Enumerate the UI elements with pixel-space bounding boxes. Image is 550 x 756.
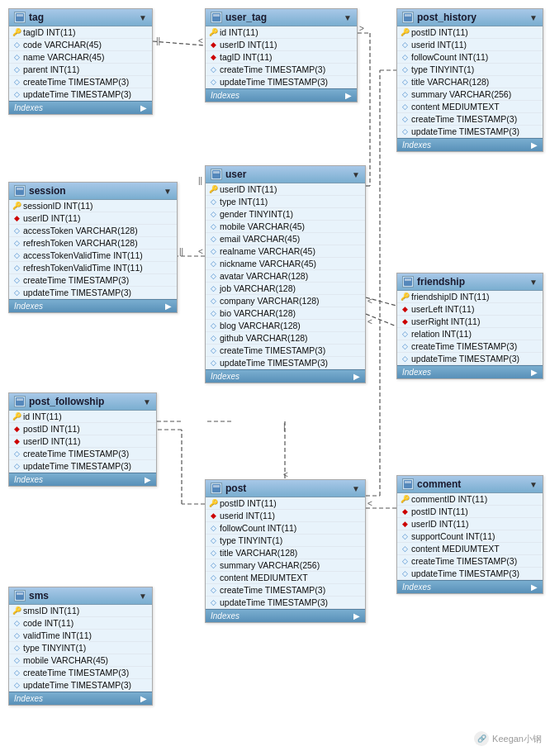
table-row: ◇ updateTime TIMESTAMP(3) xyxy=(9,460,156,473)
table-post_followship-footer: Indexes ▶ xyxy=(9,473,156,486)
table-row: 🔑 smsID INT(11) xyxy=(9,605,152,617)
svg-text:||: || xyxy=(156,36,160,45)
key-icon: 🔑 xyxy=(209,499,217,507)
diamond-blue-icon: ◇ xyxy=(12,239,21,247)
row-text: userID INT(11) xyxy=(23,436,80,446)
row-text: parent INT(11) xyxy=(23,64,79,74)
row-text: createTime TIMESTAMP(3) xyxy=(411,114,517,124)
diamond-blue-icon: ◇ xyxy=(209,197,217,206)
diamond-blue-icon: ◇ xyxy=(12,631,21,640)
table-row: ◇ blog VARCHAR(128) xyxy=(206,320,365,332)
footer-label: Indexes xyxy=(402,582,431,592)
row-text: sessionID INT(11) xyxy=(23,201,93,211)
row-text: userID INT(11) xyxy=(411,519,468,529)
row-text: createTime TIMESTAMP(3) xyxy=(220,64,325,74)
header-arrow-icon: ▼ xyxy=(529,13,538,22)
diamond-blue-icon: ◇ xyxy=(401,115,409,123)
header-arrow-icon: ▼ xyxy=(529,480,538,489)
row-text: smsID INT(11) xyxy=(23,606,79,616)
table-sms-header: sms ▼ xyxy=(9,587,152,605)
table-row: ◇ content MEDIUMTEXT xyxy=(206,572,365,584)
table-row: ◇ validTime INT(11) xyxy=(9,630,152,642)
footer-arrow-icon: ▶ xyxy=(140,694,147,703)
table-session: session ▼ 🔑 sessionID INT(11) ◆ userID I… xyxy=(8,182,178,313)
table-row: ◆ userID INT(11) xyxy=(206,39,357,51)
diamond-red-icon: ◆ xyxy=(401,317,409,326)
table-row: ◇ summary VARCHAR(256) xyxy=(206,559,365,572)
diamond-blue-icon: ◇ xyxy=(401,102,409,111)
row-text: github VARCHAR(128) xyxy=(220,333,308,343)
table-user_tag-footer: Indexes ▶ xyxy=(206,88,357,102)
row-text: updateTime TIMESTAMP(3) xyxy=(23,680,131,690)
table-row: 🔑 tagID INT(11) xyxy=(9,26,152,39)
table-row: ◇ type TINYINT(1) xyxy=(397,64,543,76)
diamond-blue-icon: ◇ xyxy=(401,557,409,565)
diamond-blue-icon: ◇ xyxy=(209,334,217,342)
table-post_followship: post_followship ▼ 🔑 id INT(11) ◆ postID … xyxy=(8,392,157,487)
diamond-blue-icon: ◇ xyxy=(12,40,21,49)
table-row: ◆ postID INT(11) xyxy=(9,423,156,435)
svg-text:||: || xyxy=(179,247,183,256)
row-text: type INT(11) xyxy=(220,197,268,207)
table-title: session xyxy=(29,185,66,197)
table-title: friendship xyxy=(417,276,465,288)
diamond-red-icon: ◆ xyxy=(209,40,217,49)
row-text: createTime TIMESTAMP(3) xyxy=(411,341,517,351)
footer-label: Indexes xyxy=(14,302,43,311)
footer-label: Indexes xyxy=(402,368,431,377)
table-row: ◆ postID INT(11) xyxy=(397,506,543,518)
table-row: ◇ type TINYINT(1) xyxy=(9,642,152,654)
table-row: ◇ createTime TIMESTAMP(3) xyxy=(9,448,156,460)
row-text: userid INT(11) xyxy=(220,511,275,521)
table-post_history-header: post_history ▼ xyxy=(397,9,543,26)
row-text: userid INT(11) xyxy=(411,40,467,50)
header-arrow-icon: ▼ xyxy=(529,278,538,287)
table-row: ◇ content MEDIUMTEXT xyxy=(397,101,543,113)
table-title: user xyxy=(225,169,246,180)
diamond-blue-icon: ◇ xyxy=(209,247,217,255)
diamond-blue-icon: ◇ xyxy=(209,346,217,354)
diamond-blue-icon: ◇ xyxy=(209,536,217,544)
row-text: userID INT(11) xyxy=(220,184,277,194)
diamond-blue-icon: ◇ xyxy=(12,264,21,272)
diamond-blue-icon: ◇ xyxy=(209,222,217,231)
footer-arrow-icon: ▶ xyxy=(165,302,172,311)
table-title: tag xyxy=(29,12,44,23)
row-text: postID INT(11) xyxy=(411,27,468,37)
svg-text:>: > xyxy=(359,24,364,33)
table-row: ◇ bio VARCHAR(128) xyxy=(206,307,365,320)
table-row: ◇ realname VARCHAR(45) xyxy=(206,245,365,258)
table-row: ◇ createTime TIMESTAMP(3) xyxy=(397,340,543,353)
svg-line-6 xyxy=(366,314,396,326)
table-title: sms xyxy=(29,590,49,601)
footer-arrow-icon: ▶ xyxy=(145,475,151,484)
row-text: nickname VARCHAR(45) xyxy=(220,259,316,269)
table-user: user ▼ 🔑 userID INT(11) ◇ type INT(11) ◇… xyxy=(205,165,366,383)
row-text: validTime INT(11) xyxy=(23,630,92,640)
row-text: type TINYINT(1) xyxy=(411,64,474,74)
row-text: content MEDIUMTEXT xyxy=(411,102,500,112)
diamond-blue-icon: ◇ xyxy=(209,78,217,86)
diamond-blue-icon: ◇ xyxy=(12,644,21,652)
diamond-blue-icon: ◇ xyxy=(401,65,409,74)
diamond-blue-icon: ◇ xyxy=(401,90,409,98)
table-row: ◇ github VARCHAR(128) xyxy=(206,332,365,345)
table-row: ◇ updateTime TIMESTAMP(3) xyxy=(206,357,365,369)
table-row: 🔑 friendshipID INT(11) xyxy=(397,291,543,303)
svg-rect-31 xyxy=(213,14,220,17)
table-row: ◇ createTime TIMESTAMP(3) xyxy=(206,345,365,357)
table-friendship-footer: Indexes ▶ xyxy=(397,365,543,378)
diamond-blue-icon: ◇ xyxy=(401,330,409,338)
table-row: ◇ supportCount INT(11) xyxy=(397,530,543,543)
diamond-blue-icon: ◇ xyxy=(209,561,217,569)
table-row: ◇ createTime TIMESTAMP(3) xyxy=(9,76,152,88)
row-text: userLeft INT(11) xyxy=(411,304,474,314)
row-text: followCount INT(11) xyxy=(411,52,488,62)
table-sms-footer: Indexes ▶ xyxy=(9,692,152,705)
table-icon xyxy=(14,590,26,601)
row-text: updateTime TIMESTAMP(3) xyxy=(411,126,519,136)
key-icon: 🔑 xyxy=(12,28,21,36)
row-text: updateTime TIMESTAMP(3) xyxy=(411,354,519,364)
row-text: avatar VARCHAR(128) xyxy=(220,271,308,281)
footer-label: Indexes xyxy=(14,694,43,703)
